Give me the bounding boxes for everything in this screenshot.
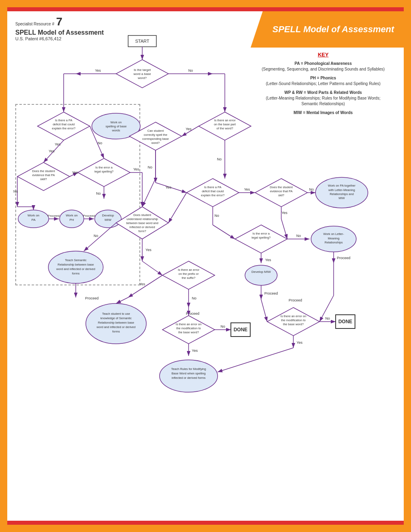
svg-text:word and inflected or derived: word and inflected or derived — [96, 325, 135, 329]
svg-text:START: START — [135, 39, 149, 44]
svg-text:Proceed: Proceed — [186, 312, 199, 316]
key-pa: PA = Phonological Awareness (Segmenting,… — [259, 61, 388, 72]
svg-text:on the base part: on the base part — [214, 123, 236, 126]
svg-text:Relationship between base: Relationship between base — [58, 263, 94, 266]
svg-text:word?: word? — [151, 141, 160, 145]
right-border — [404, 0, 411, 532]
svg-text:PA: PA — [31, 218, 36, 222]
svg-text:No: No — [96, 191, 101, 195]
svg-text:on the prefix or: on the prefix or — [179, 272, 199, 276]
svg-text:Yes: Yes — [72, 170, 78, 175]
svg-text:Develop MIW: Develop MIW — [251, 270, 271, 274]
svg-text:Yes: Yes — [297, 341, 303, 345]
svg-text:Is there a PA: Is there a PA — [204, 185, 222, 189]
svg-text:Does the student: Does the student — [32, 169, 56, 173]
svg-text:Work on: Work on — [66, 214, 78, 217]
svg-text:with Letter-Meaning: with Letter-Meaning — [328, 188, 355, 192]
svg-text:Can student: Can student — [147, 129, 164, 133]
svg-text:Meaning: Meaning — [328, 237, 340, 240]
svg-text:Proceed: Proceed — [337, 256, 351, 260]
svg-text:Yes: Yes — [282, 211, 288, 215]
svg-text:Proceed: Proceed — [85, 296, 99, 300]
svg-text:word?: word? — [137, 76, 147, 80]
svg-text:Is the target: Is the target — [134, 68, 151, 72]
svg-line-143 — [128, 275, 162, 297]
svg-text:the suffix?: the suffix? — [182, 276, 195, 280]
svg-text:skill?: skill? — [40, 177, 47, 181]
specialist-label: Specialist Resource # — [15, 22, 54, 26]
svg-text:Is there an error on: Is there an error on — [280, 314, 306, 318]
main-title: SPELL Model of Assessment — [260, 24, 394, 35]
red-bottom-accent — [7, 521, 404, 525]
svg-text:No: No — [309, 187, 314, 191]
svg-text:No: No — [217, 157, 222, 161]
svg-text:Develop: Develop — [102, 214, 114, 217]
main-content: SPELL Model of Assessment Specialist Res… — [7, 11, 404, 521]
spell-subtitle: SPELL Model of Assessment — [15, 29, 104, 36]
svg-text:Work on: Work on — [27, 214, 39, 217]
svg-point-114 — [245, 265, 277, 285]
svg-text:No: No — [296, 234, 301, 238]
svg-text:explain the error?: explain the error? — [201, 193, 224, 197]
svg-text:Yes: Yes — [265, 258, 271, 262]
key-title: KEY — [259, 52, 388, 58]
svg-marker-13 — [37, 112, 90, 140]
svg-text:Yes: Yes — [95, 69, 101, 73]
svg-line-125 — [142, 179, 156, 207]
bottom-border — [0, 525, 411, 532]
header-section: Specialist Resource # 7 SPELL Model of A… — [15, 15, 104, 41]
svg-marker-66 — [199, 112, 251, 140]
svg-text:Yes: Yes — [133, 167, 139, 171]
svg-text:Teach Rules for Modifying: Teach Rules for Modifying — [171, 367, 206, 371]
red-top-accent — [7, 7, 404, 11]
svg-text:words: words — [112, 129, 120, 132]
svg-line-140 — [142, 261, 162, 275]
svg-line-99 — [213, 225, 235, 239]
svg-text:Is there an error: Is there an error — [214, 118, 236, 122]
svg-text:No: No — [214, 214, 219, 218]
svg-text:the base word?: the base word? — [283, 322, 303, 326]
svg-text:Yes: Yes — [49, 149, 55, 153]
specialist-label-line: Specialist Resource # 7 — [15, 15, 104, 28]
svg-text:Is the error a: Is the error a — [253, 232, 270, 235]
svg-text:Teach student to use: Teach student to use — [102, 312, 130, 316]
title-banner: SPELL Model of Assessment — [251, 11, 404, 48]
svg-text:Proceed: Proceed — [48, 214, 60, 218]
svg-text:legal spelling?: legal spelling? — [251, 236, 271, 239]
svg-text:Base Word when spelling: Base Word when spelling — [172, 372, 206, 375]
svg-text:spelling of base: spelling of base — [106, 125, 127, 128]
svg-text:word a base: word a base — [133, 72, 151, 76]
svg-line-127 — [84, 223, 116, 251]
svg-text:evidence that PA: evidence that PA — [270, 189, 293, 193]
key-wp: WP & RW = Word Parts & Related Words (Le… — [259, 90, 388, 107]
svg-text:Teach Semantic: Teach Semantic — [65, 258, 87, 262]
svg-text:DONE: DONE — [234, 327, 248, 332]
svg-text:Is there an error on: Is there an error on — [176, 322, 201, 326]
svg-text:the modification to: the modification to — [281, 318, 306, 322]
svg-text:Yes: Yes — [145, 248, 152, 252]
svg-text:correctly spell the: correctly spell the — [144, 133, 167, 137]
top-border — [0, 0, 411, 7]
specialist-number: 7 — [56, 15, 62, 28]
svg-text:inflected or derived: inflected or derived — [129, 225, 155, 229]
svg-line-153 — [116, 297, 128, 303]
svg-text:DONE: DONE — [338, 319, 353, 324]
key-section: KEY PA = Phonological Awareness (Segment… — [259, 52, 388, 119]
left-border — [0, 0, 7, 532]
svg-text:knowledge of Semantic: knowledge of Semantic — [100, 316, 132, 320]
svg-text:forms: forms — [112, 330, 120, 333]
svg-text:No: No — [147, 165, 152, 169]
svg-text:MIW: MIW — [105, 218, 112, 222]
key-ph: PH = Phonics (Letter-Sound Relationships… — [259, 75, 388, 87]
svg-text:Does the student: Does the student — [270, 185, 293, 189]
svg-text:Relationships: Relationships — [324, 241, 342, 244]
svg-text:Is there a PA: Is there a PA — [55, 118, 73, 122]
svg-text:Work on PA together: Work on PA together — [328, 184, 356, 187]
svg-text:Proceed: Proceed — [289, 298, 302, 302]
svg-text:explain the error?: explain the error? — [52, 127, 75, 130]
svg-text:Yes: Yes — [166, 185, 172, 189]
svg-text:Yes: Yes — [186, 127, 192, 131]
svg-text:No: No — [220, 324, 225, 328]
svg-text:Proceed: Proceed — [264, 291, 278, 295]
svg-text:word and inflected or derived: word and inflected or derived — [56, 267, 95, 271]
